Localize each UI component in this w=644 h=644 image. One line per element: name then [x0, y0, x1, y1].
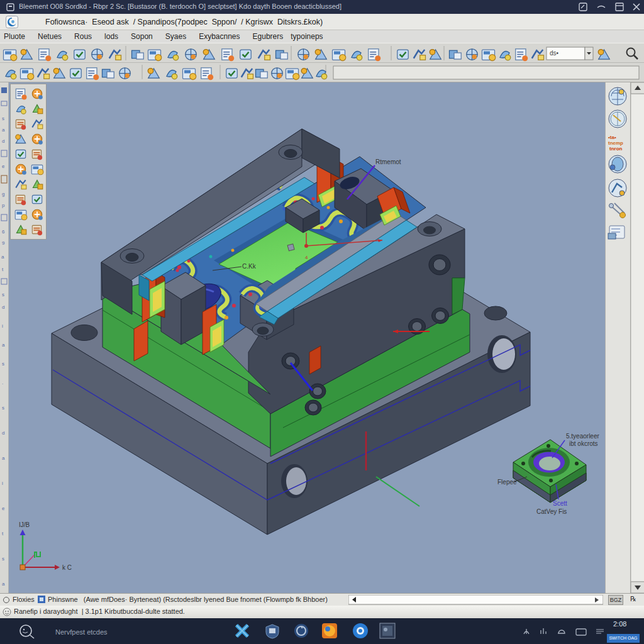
- svg-text:a: a: [2, 455, 5, 461]
- svg-text:i: i: [2, 480, 3, 486]
- svg-text:k C: k C: [62, 564, 72, 571]
- svg-text:9: 9: [2, 240, 5, 246]
- svg-text:a: a: [2, 581, 5, 587]
- svg-text:CatVey Fis: CatVey Fis: [536, 508, 567, 515]
- svg-text:d: d: [2, 138, 4, 144]
- svg-text:i: i: [2, 323, 3, 329]
- svg-text:•ta•: •ta•: [608, 135, 616, 140]
- svg-text:Rtmemot: Rtmemot: [375, 158, 401, 165]
- svg-text:d: d: [2, 430, 4, 436]
- svg-text:.: .: [2, 380, 3, 386]
- svg-text:a: a: [1, 254, 4, 260]
- svg-text:6: 6: [2, 229, 5, 235]
- svg-text:e: e: [2, 506, 5, 511]
- svg-text:g: g: [2, 191, 4, 197]
- svg-text:s: s: [2, 405, 4, 411]
- svg-text:s: s: [2, 292, 4, 297]
- svg-text:ibt okcrots: ibt okcrots: [569, 440, 598, 447]
- svg-text:C.Kk: C.Kk: [242, 263, 257, 270]
- svg-text:d: d: [2, 304, 4, 310]
- svg-text:a: a: [2, 342, 5, 348]
- svg-text:Scett: Scett: [553, 500, 567, 507]
- svg-text:tnemp: tnemp: [608, 140, 623, 146]
- svg-text:IJ/B: IJ/B: [19, 521, 30, 528]
- svg-text:ds•: ds•: [550, 50, 559, 57]
- svg-text:5.tyeaorleer: 5.tyeaorleer: [566, 433, 599, 440]
- svg-text:Flepee: Flepee: [497, 479, 517, 486]
- svg-text:4: 4: [305, 255, 308, 260]
- svg-text:t: t: [2, 267, 4, 272]
- svg-text:a: a: [2, 127, 5, 133]
- svg-text:s: s: [2, 116, 4, 121]
- svg-text:t: t: [2, 531, 4, 536]
- svg-text:p: p: [2, 203, 5, 208]
- svg-text:tnron: tnron: [609, 146, 623, 152]
- svg-text:e: e: [2, 164, 5, 169]
- svg-text:s: s: [2, 556, 4, 562]
- svg-text:s: s: [2, 361, 4, 367]
